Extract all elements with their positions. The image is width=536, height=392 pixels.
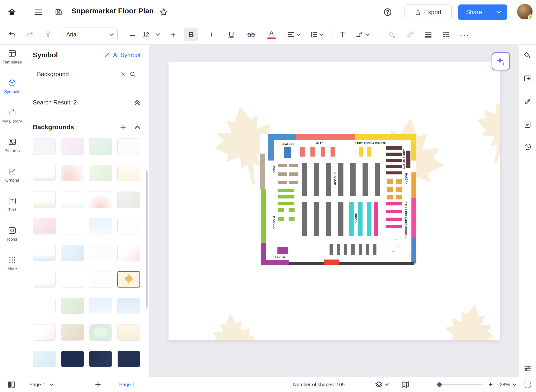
layers-button[interactable] bbox=[375, 377, 389, 392]
floorplan-shape[interactable] bbox=[349, 202, 354, 236]
fullscreen-button[interactable] bbox=[524, 377, 531, 392]
share-button[interactable]: Share bbox=[458, 4, 490, 20]
user-avatar[interactable] bbox=[517, 3, 533, 20]
floorplan-shape[interactable] bbox=[411, 198, 416, 237]
thumbnail[interactable] bbox=[61, 271, 84, 288]
redo-button[interactable] bbox=[24, 28, 36, 41]
share-dropdown-button[interactable] bbox=[490, 4, 507, 20]
thumbnail[interactable] bbox=[117, 192, 140, 208]
line-style-button[interactable] bbox=[440, 28, 453, 41]
thumbnail[interactable] bbox=[117, 245, 140, 261]
thumbnail[interactable] bbox=[117, 165, 140, 181]
italic-button[interactable]: I bbox=[204, 28, 218, 41]
sidebar-item-more[interactable]: More bbox=[0, 251, 24, 281]
thumbnail[interactable] bbox=[89, 165, 112, 181]
collapse-all-button[interactable] bbox=[134, 99, 140, 105]
floorplan-shape[interactable] bbox=[411, 172, 416, 198]
floorplan-shape[interactable] bbox=[278, 195, 294, 198]
floorplan-shape[interactable] bbox=[260, 154, 265, 189]
zoom-out-button[interactable]: – bbox=[425, 377, 430, 392]
thumbnail[interactable] bbox=[33, 351, 56, 367]
right-tool-notes[interactable] bbox=[519, 113, 536, 136]
floorplan-shape[interactable] bbox=[396, 195, 402, 200]
thumbnail-selected[interactable] bbox=[117, 271, 140, 288]
favorite-star-button[interactable] bbox=[157, 5, 171, 19]
floorplan-shape[interactable] bbox=[337, 244, 340, 255]
floorplan-shape[interactable] bbox=[314, 202, 319, 236]
floorplan-shape[interactable] bbox=[289, 164, 298, 167]
floorplan-shape[interactable] bbox=[359, 147, 363, 156]
floorplan-shape[interactable] bbox=[296, 134, 355, 140]
fill-color-button[interactable] bbox=[385, 28, 398, 41]
floorplan-shape[interactable] bbox=[351, 244, 355, 255]
floorplan-shape[interactable] bbox=[289, 208, 295, 212]
floorplan-shape[interactable] bbox=[359, 244, 362, 255]
thumbnail[interactable] bbox=[33, 298, 56, 314]
navigator-map-button[interactable] bbox=[402, 377, 409, 392]
pages-panel-button[interactable] bbox=[7, 377, 15, 392]
floorplan-shape[interactable] bbox=[386, 202, 402, 205]
add-page-button[interactable] bbox=[95, 377, 101, 392]
menu-button[interactable] bbox=[31, 5, 45, 19]
floorplan-shape[interactable] bbox=[396, 187, 402, 192]
sidebar-item-templates[interactable]: Templates bbox=[0, 45, 24, 74]
canvas-page[interactable]: SEAFOODMEATDAIRY, EGGS & CHEESEWINE & SP… bbox=[168, 62, 500, 340]
floorplan-shape[interactable] bbox=[386, 146, 402, 150]
sidebar-item-icons[interactable]: Icons bbox=[0, 222, 24, 251]
zoom-in-button[interactable]: + bbox=[488, 377, 493, 392]
floorplan-shape[interactable] bbox=[411, 237, 416, 263]
thumbnail[interactable] bbox=[117, 218, 140, 234]
floorplan-shape[interactable] bbox=[386, 153, 402, 156]
floorplan-shape[interactable] bbox=[261, 189, 266, 243]
font-color-button[interactable]: A bbox=[265, 28, 278, 41]
export-button[interactable]: Export bbox=[404, 4, 452, 20]
floorplan-shape[interactable] bbox=[278, 208, 284, 212]
floorplan-shape[interactable] bbox=[284, 147, 291, 158]
zoom-slider-knob[interactable] bbox=[437, 382, 442, 387]
floorplan-shape[interactable] bbox=[373, 244, 376, 255]
right-tool-insert-panel[interactable] bbox=[519, 67, 536, 90]
floorplan-shape[interactable] bbox=[386, 218, 402, 221]
floorplan-shape[interactable] bbox=[278, 189, 294, 192]
floorplan-shape[interactable] bbox=[302, 202, 307, 236]
floorplan-shape[interactable] bbox=[386, 210, 402, 213]
underline-button[interactable]: U bbox=[224, 28, 238, 41]
thumbnail[interactable] bbox=[33, 192, 56, 208]
floorplan-shape[interactable] bbox=[367, 202, 372, 236]
line-spacing-button[interactable] bbox=[308, 28, 326, 41]
floorplan-shape[interactable] bbox=[268, 134, 296, 140]
floorplan-shape[interactable] bbox=[302, 163, 307, 196]
thumbnail[interactable] bbox=[117, 138, 140, 155]
floorplan-shape[interactable] bbox=[386, 159, 402, 162]
floorplan-shape[interactable] bbox=[324, 260, 339, 265]
thumbnail[interactable] bbox=[61, 245, 84, 261]
thumbnail[interactable] bbox=[117, 324, 140, 341]
font-size-select[interactable]: 12 bbox=[139, 28, 164, 41]
zoom-percent-dropdown[interactable]: 28% bbox=[500, 377, 517, 392]
floorplan-shape[interactable] bbox=[338, 163, 343, 196]
panel-scrollbar[interactable] bbox=[146, 171, 148, 308]
floorplan-shape[interactable] bbox=[310, 147, 315, 156]
floorplan-shape[interactable] bbox=[338, 202, 343, 236]
sidebar-item-symbols[interactable]: Symbols bbox=[0, 74, 24, 104]
floorplan-shape[interactable] bbox=[396, 179, 402, 184]
floorplan-shape[interactable] bbox=[277, 247, 288, 254]
floorplan-shape[interactable] bbox=[278, 217, 284, 221]
floorplan-shape[interactable] bbox=[358, 202, 363, 236]
thumbnail[interactable] bbox=[61, 298, 84, 314]
floorplan-shape[interactable] bbox=[386, 225, 402, 229]
floorplan-shape[interactable] bbox=[300, 147, 305, 156]
add-symbols-button[interactable] bbox=[120, 124, 126, 131]
format-painter-button[interactable] bbox=[42, 28, 54, 41]
floorplan-shape[interactable] bbox=[374, 202, 378, 236]
symbol-search-input[interactable] bbox=[37, 71, 117, 78]
bold-button[interactable]: B bbox=[184, 28, 198, 41]
right-tool-layers-filter[interactable] bbox=[519, 364, 536, 372]
thumbnail[interactable] bbox=[117, 298, 140, 314]
sidebar-item-pictures[interactable]: Pictures bbox=[0, 133, 24, 163]
floorplan-shape[interactable] bbox=[289, 172, 298, 176]
floorplan-shape[interactable] bbox=[344, 244, 347, 255]
thumbnail[interactable] bbox=[89, 245, 112, 261]
floorplan-shape[interactable] bbox=[387, 187, 393, 192]
line-weight-button[interactable] bbox=[422, 28, 435, 41]
